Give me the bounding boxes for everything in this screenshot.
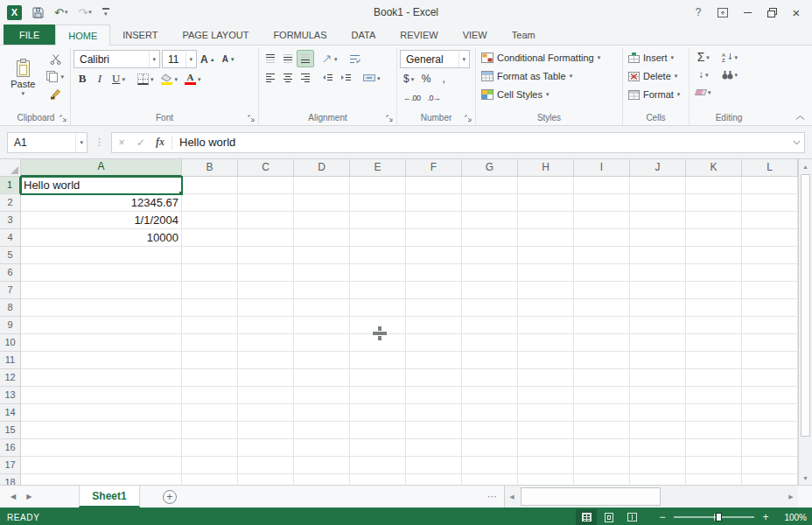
cell-L13[interactable] (742, 387, 798, 404)
cell-E5[interactable] (350, 247, 406, 264)
column-header-D[interactable]: D (294, 159, 350, 177)
tab-data[interactable]: DATA (340, 24, 388, 45)
cell-G10[interactable] (462, 334, 518, 352)
cell-F12[interactable] (406, 369, 462, 387)
column-header-B[interactable]: B (182, 159, 238, 177)
cell-I5[interactable] (574, 247, 630, 264)
help-button[interactable]: ? (686, 3, 710, 22)
cell-A5[interactable] (21, 247, 182, 264)
cell-C11[interactable] (238, 352, 294, 369)
collapse-ribbon-button[interactable] (795, 115, 805, 121)
font-name-combo[interactable]: Calibri ▾ (74, 50, 160, 68)
undo-button[interactable]: ↶▾ (54, 6, 67, 19)
insert-function-button[interactable]: fx (150, 136, 170, 149)
paste-button[interactable]: Paste ▾ (4, 48, 41, 106)
fill-color-button[interactable]: ▾ (157, 70, 181, 88)
cell-H7[interactable] (518, 282, 574, 299)
cut-button[interactable] (43, 50, 67, 67)
formula-bar-resize-handle[interactable]: ⋮ (91, 136, 108, 148)
cell-H10[interactable] (518, 334, 574, 352)
cell-H4[interactable] (518, 229, 574, 247)
cell-G5[interactable] (462, 247, 518, 264)
cell-G7[interactable] (462, 282, 518, 299)
scroll-right-arrow[interactable]: ▶ (784, 494, 798, 500)
cell-J2[interactable] (630, 194, 686, 212)
cell-G11[interactable] (462, 352, 518, 369)
cell-L12[interactable] (742, 369, 798, 387)
wrap-text-button[interactable] (346, 50, 364, 67)
cell-F6[interactable] (406, 264, 462, 282)
cell-B14[interactable] (182, 404, 238, 422)
cell-E10[interactable] (350, 334, 406, 352)
cell-D8[interactable] (294, 299, 350, 317)
cell-A11[interactable] (21, 352, 182, 369)
cell-E12[interactable] (350, 369, 406, 387)
cell-E6[interactable] (350, 264, 406, 282)
cell-K15[interactable] (686, 422, 742, 439)
cell-K11[interactable] (686, 352, 742, 369)
cell-A9[interactable] (21, 317, 182, 334)
cell-D6[interactable] (294, 264, 350, 282)
cell-A16[interactable] (21, 439, 182, 457)
cell-K7[interactable] (686, 282, 742, 299)
cell-K9[interactable] (686, 317, 742, 334)
row-header-4[interactable]: 4 (0, 229, 21, 247)
cell-B11[interactable] (182, 352, 238, 369)
page-break-view-button[interactable] (621, 509, 642, 525)
cell-F1[interactable] (406, 177, 462, 194)
cell-G2[interactable] (462, 194, 518, 212)
cell-E13[interactable] (350, 387, 406, 404)
cell-I16[interactable] (574, 439, 630, 457)
cell-I12[interactable] (574, 369, 630, 387)
cell-J4[interactable] (630, 229, 686, 247)
column-header-I[interactable]: I (574, 159, 630, 177)
cell-H14[interactable] (518, 404, 574, 422)
cell-A6[interactable] (21, 264, 182, 282)
tab-team[interactable]: Team (500, 24, 548, 45)
cell-E1[interactable] (350, 177, 406, 194)
cell-B5[interactable] (182, 247, 238, 264)
row-header-2[interactable]: 2 (0, 194, 21, 212)
cell-L16[interactable] (742, 439, 798, 457)
cell-D3[interactable] (294, 212, 350, 229)
cell-I11[interactable] (574, 352, 630, 369)
format-as-table-button[interactable]: Format as Table ▾ (479, 66, 575, 85)
accounting-format-button[interactable]: $▾ (400, 70, 417, 88)
cell-E14[interactable] (350, 404, 406, 422)
fill-button[interactable]: ↓▾ (692, 66, 715, 83)
cell-B16[interactable] (182, 439, 238, 457)
column-header-J[interactable]: J (630, 159, 686, 177)
cell-E9[interactable] (350, 317, 406, 334)
zoom-slider[interactable] (674, 516, 754, 518)
top-align-button[interactable] (262, 50, 279, 67)
cell-A8[interactable] (21, 299, 182, 317)
cell-D14[interactable] (294, 404, 350, 422)
cell-H11[interactable] (518, 352, 574, 369)
cell-I7[interactable] (574, 282, 630, 299)
row-header-14[interactable]: 14 (0, 404, 21, 422)
cell-J12[interactable] (630, 369, 686, 387)
increase-decimal-button[interactable]: ←.00 (400, 89, 424, 107)
cell-J15[interactable] (630, 422, 686, 439)
cell-K16[interactable] (686, 439, 742, 457)
cell-G16[interactable] (462, 439, 518, 457)
cell-G18[interactable] (462, 474, 518, 485)
vertical-scrollbar[interactable]: ▲ ▼ (798, 159, 812, 485)
cell-H6[interactable] (518, 264, 574, 282)
cell-K1[interactable] (686, 177, 742, 194)
cell-C8[interactable] (238, 299, 294, 317)
cell-B15[interactable] (182, 422, 238, 439)
cell-B6[interactable] (182, 264, 238, 282)
sheet-overflow-menu[interactable]: ⋯ (480, 491, 504, 502)
cell-C3[interactable] (238, 212, 294, 229)
cell-L8[interactable] (742, 299, 798, 317)
cell-L11[interactable] (742, 352, 798, 369)
cell-D16[interactable] (294, 439, 350, 457)
cell-I15[interactable] (574, 422, 630, 439)
cell-E18[interactable] (350, 474, 406, 485)
customize-quick-access-button[interactable]: ▾ (102, 8, 109, 18)
cell-A1[interactable]: Hello world (21, 177, 182, 194)
cell-A15[interactable] (21, 422, 182, 439)
row-header-3[interactable]: 3 (0, 212, 21, 229)
cell-B17[interactable] (182, 457, 238, 474)
